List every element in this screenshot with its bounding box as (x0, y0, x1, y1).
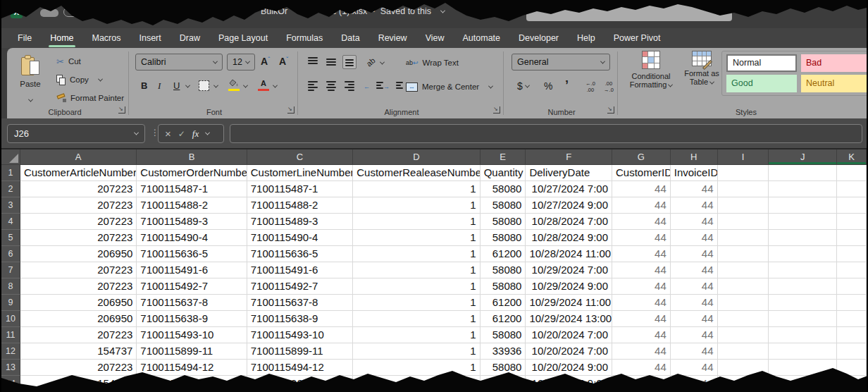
tab-draw[interactable]: Draw (170, 28, 209, 48)
cell-K12[interactable] (837, 343, 867, 360)
row-header-14[interactable]: 14 (1, 376, 20, 392)
cell-F7[interactable]: 10/29/2024 7:00 (526, 262, 612, 278)
cell-B3[interactable]: 7100115488-2 (137, 197, 247, 214)
cell-B13[interactable]: 7100115494-12 (137, 360, 247, 376)
cell-I13[interactable] (718, 360, 769, 376)
column-header-J[interactable]: J (769, 149, 837, 165)
tab-review[interactable]: Review (369, 28, 416, 48)
cell-I11[interactable] (718, 327, 769, 343)
cell-J6[interactable] (769, 246, 837, 262)
wrap-text-button[interactable]: ab↩ Wrap Text (406, 55, 459, 71)
cell-K3[interactable] (837, 197, 867, 214)
insert-function-icon[interactable]: fx (192, 128, 199, 140)
column-header-I[interactable]: I (718, 149, 769, 165)
cell-C2[interactable]: 7100115487-1 (247, 181, 353, 197)
cell-A14[interactable]: 154737 (20, 376, 137, 392)
cell-K9[interactable] (837, 295, 867, 311)
fill-color-button[interactable] (228, 79, 240, 89)
orientation-button[interactable]: ab (366, 58, 384, 66)
style-good[interactable]: Good (726, 75, 797, 92)
bold-button[interactable]: B (141, 80, 147, 91)
cut-button[interactable]: ✂ Cut (56, 54, 81, 69)
chevron-down-icon[interactable] (440, 8, 445, 13)
cell-B10[interactable]: 7100115638-9 (137, 311, 247, 327)
cell-C4[interactable]: 7100115489-3 (247, 214, 353, 230)
font-color-button[interactable]: A (258, 79, 269, 89)
cell-H12[interactable]: 44 (671, 343, 718, 360)
align-middle-button[interactable] (324, 55, 338, 69)
cell-G10[interactable]: 44 (612, 311, 671, 327)
align-left-button[interactable] (306, 79, 320, 93)
decrease-decimal-button[interactable]: .00→.0 (600, 80, 617, 94)
cell-A13[interactable]: 207223 (20, 360, 137, 376)
cell-C13[interactable]: 7100115494-12 (247, 360, 353, 376)
cell-E1[interactable]: Quantity (480, 165, 526, 181)
cell-H9[interactable]: 44 (671, 295, 718, 311)
cell-H4[interactable]: 44 (671, 214, 718, 230)
percent-style-button[interactable]: % (544, 80, 552, 92)
cell-D14[interactable]: 1 (353, 376, 480, 392)
cell-J13[interactable] (769, 360, 837, 376)
cell-K13[interactable] (837, 360, 867, 376)
comma-style-button[interactable]: ’ (565, 82, 569, 89)
cell-C7[interactable]: 7100115491-6 (247, 262, 353, 278)
cell-G5[interactable]: 44 (612, 230, 671, 246)
cell-F6[interactable]: 10/28/2024 11:00 (526, 246, 612, 262)
cell-C3[interactable]: 7100115488-2 (247, 197, 353, 214)
cell-G7[interactable]: 44 (612, 262, 671, 278)
align-top-button[interactable] (306, 55, 320, 69)
row-header-5[interactable]: 5 (1, 230, 20, 246)
cell-E4[interactable]: 58080 (480, 214, 526, 230)
underline-button[interactable]: U (173, 80, 180, 91)
tab-developer[interactable]: Developer (509, 28, 568, 48)
cell-D4[interactable]: 1 (353, 214, 480, 230)
tab-power-pivot[interactable]: Power Pivot (604, 28, 670, 48)
cell-E11[interactable]: 58080 (480, 327, 526, 343)
cell-B7[interactable]: 7100115491-6 (137, 262, 247, 278)
cell-A11[interactable]: 207223 (20, 327, 137, 343)
decrease-indent-button[interactable]: ← (364, 79, 385, 94)
tab-data[interactable]: Data (332, 28, 368, 48)
cell-I6[interactable] (718, 246, 769, 262)
cell-H13[interactable]: 44 (671, 360, 718, 376)
cell-A5[interactable]: 207223 (20, 230, 137, 246)
cell-D7[interactable]: 1 (353, 262, 480, 278)
cell-D1[interactable]: CustomerRealeaseNumber (353, 165, 480, 181)
row-header-12[interactable]: 12 (1, 343, 20, 360)
align-center-button[interactable] (324, 79, 338, 93)
cell-J14[interactable] (769, 376, 837, 392)
cell-I10[interactable] (718, 311, 769, 327)
font-dialog-launcher[interactable]: ↘ (287, 106, 294, 114)
cell-K6[interactable] (837, 246, 867, 262)
cell-B2[interactable]: 7100115487-1 (137, 181, 247, 197)
cell-G11[interactable]: 44 (612, 327, 671, 343)
cell-D8[interactable]: 1 (353, 278, 480, 295)
formula-input[interactable] (230, 124, 862, 143)
number-dialog-launcher[interactable]: ↘ (607, 106, 614, 114)
cell-I4[interactable] (718, 214, 769, 230)
cell-G8[interactable]: 44 (612, 278, 671, 295)
shrink-font-button[interactable]: Aˇ (279, 56, 288, 67)
row-header-6[interactable]: 6 (1, 246, 20, 262)
cell-K7[interactable] (837, 262, 867, 278)
cell-H11[interactable]: 44 (671, 327, 718, 343)
align-right-button[interactable] (342, 79, 356, 93)
column-header-E[interactable]: E (480, 149, 526, 165)
cell-J7[interactable] (769, 262, 837, 278)
tab-formulas[interactable]: Formulas (277, 28, 332, 48)
cell-K8[interactable] (837, 278, 867, 295)
cell-A7[interactable]: 207223 (20, 262, 137, 278)
cell-J8[interactable] (769, 278, 837, 295)
cell-F14[interactable]: 10/20/2024 9:00 (526, 376, 612, 392)
style-bad[interactable]: Bad (801, 54, 868, 72)
tab-file[interactable]: File (8, 28, 41, 48)
cell-F12[interactable]: 10/20/2024 7:00 (526, 343, 612, 360)
row-header-3[interactable]: 3 (1, 197, 20, 214)
cell-H10[interactable]: 44 (671, 311, 718, 327)
cell-H3[interactable]: 44 (671, 197, 718, 214)
cell-G13[interactable]: 44 (612, 360, 671, 376)
cell-E2[interactable]: 58080 (480, 181, 526, 197)
tab-view[interactable]: View (416, 28, 454, 48)
cell-I12[interactable] (718, 343, 769, 360)
align-bottom-button[interactable] (342, 55, 356, 69)
